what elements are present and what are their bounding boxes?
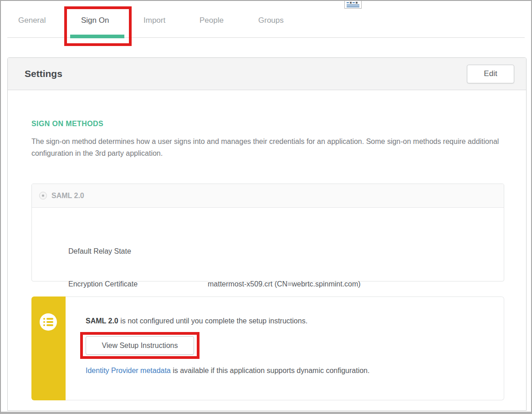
bulleted-list-icon bbox=[40, 313, 57, 331]
metadata-link-line: Identity Provider metadata is available … bbox=[86, 367, 490, 375]
tab-import[interactable]: Import bbox=[143, 16, 165, 25]
doc-icon-dash bbox=[353, 2, 355, 3]
callout-message: SAML 2.0 is not configured until you com… bbox=[86, 317, 490, 325]
embedded-doc-icon bbox=[344, 1, 362, 9]
doc-icon-dash bbox=[347, 2, 349, 3]
tab-people[interactable]: People bbox=[200, 16, 224, 25]
view-setup-instructions-button[interactable]: View Setup Instructions bbox=[86, 336, 194, 355]
callout-yellow-strip bbox=[31, 296, 66, 400]
setup-callout: SAML 2.0 is not configured until you com… bbox=[31, 296, 504, 400]
annotation-box-setup-button: View Setup Instructions bbox=[80, 332, 200, 359]
metadata-link-rest: is available if this application support… bbox=[171, 367, 370, 374]
sign-on-methods-heading: SIGN ON METHODS bbox=[31, 120, 103, 128]
field-value: mattermost-x509.crt (CN=webrtc.spinmint.… bbox=[208, 280, 361, 288]
doc-icon-square bbox=[350, 2, 352, 4]
page-title: Settings bbox=[25, 68, 62, 79]
saml-panel: SAML 2.0 Default Relay State Encryption … bbox=[31, 184, 504, 281]
settings-card-header: Settings Edit bbox=[8, 58, 526, 90]
saml-panel-header: SAML 2.0 bbox=[32, 184, 504, 208]
identity-provider-metadata-link[interactable]: Identity Provider metadata bbox=[86, 367, 171, 374]
callout-message-rest: is not configured until you complete the… bbox=[118, 317, 307, 325]
field-row-encryption-certificate: Encryption Certificate mattermost-x509.c… bbox=[68, 280, 361, 288]
screenshot-frame: General Sign On Import People Groups Set… bbox=[0, 0, 532, 414]
tab-general[interactable]: General bbox=[18, 16, 46, 25]
saml-method-label: SAML 2.0 bbox=[51, 192, 84, 200]
sign-on-methods-description: The sign-on method determines how a user… bbox=[31, 136, 507, 159]
tab-groups[interactable]: Groups bbox=[258, 16, 284, 25]
callout-body: SAML 2.0 is not configured until you com… bbox=[66, 296, 504, 400]
saml-radio-button[interactable] bbox=[39, 192, 47, 199]
callout-message-bold: SAML 2.0 bbox=[86, 317, 118, 325]
edit-button[interactable]: Edit bbox=[467, 65, 514, 83]
field-row-default-relay-state: Default Relay State bbox=[68, 247, 208, 256]
doc-icon-line bbox=[347, 5, 359, 5]
doc-icon-line bbox=[347, 6, 359, 7]
settings-card: Settings Edit SIGN ON METHODS The sign-o… bbox=[7, 57, 527, 411]
field-label: Default Relay State bbox=[68, 247, 208, 256]
doc-icon-square bbox=[356, 2, 358, 4]
field-label: Encryption Certificate bbox=[68, 280, 208, 288]
annotation-box-sign-on-tab bbox=[64, 6, 132, 46]
